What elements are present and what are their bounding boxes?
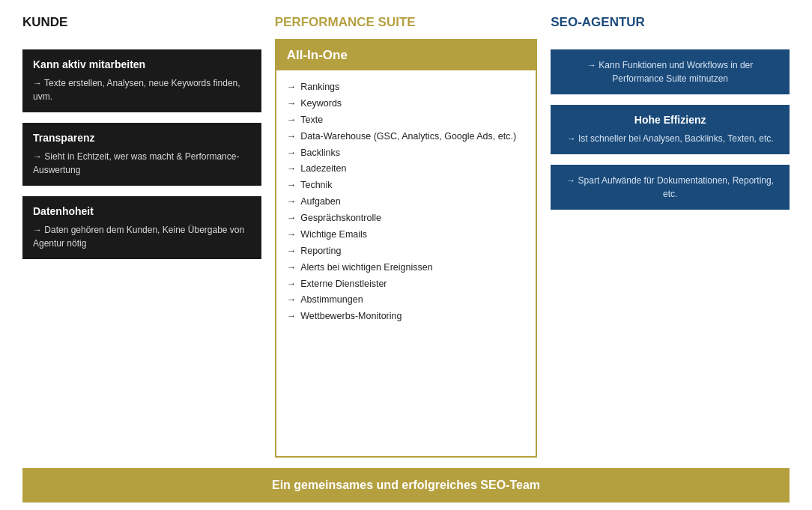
performance-item: →Gesprächskontrolle bbox=[287, 210, 526, 227]
performance-item: →Keywords bbox=[287, 96, 526, 112]
item-text: Rankings bbox=[300, 79, 339, 96]
performance-item: →Alerts bei wichtigen Ereignissen bbox=[287, 260, 526, 276]
arrow-icon: → bbox=[287, 129, 297, 145]
performance-card-body: →Rankings→Keywords→Texte→Data-Warehouse … bbox=[276, 70, 536, 334]
item-text: Technik bbox=[300, 177, 332, 194]
performance-item: →Abstimmungen bbox=[287, 292, 526, 309]
footer: Ein gemeinsames und erfolgreiches SEO-Te… bbox=[22, 468, 790, 503]
seo-card-0-body: → Kann Funktionen und Workflows in der P… bbox=[561, 58, 779, 85]
arrow-icon: → bbox=[287, 112, 297, 129]
seo-card-0: → Kann Funktionen und Workflows in der P… bbox=[551, 49, 790, 94]
arrow-icon: → bbox=[287, 260, 297, 276]
kunde-header: KUNDE bbox=[22, 15, 261, 30]
item-text: Aufgaben bbox=[300, 194, 341, 210]
item-text: Ladezeiten bbox=[300, 161, 346, 177]
arrow-icon: → bbox=[287, 96, 297, 112]
performance-item: →Data-Warehouse (GSC, Analytics, Google … bbox=[287, 129, 526, 145]
item-text: Texte bbox=[300, 112, 323, 129]
performance-header: PERFORMANCE SUITE bbox=[275, 15, 538, 30]
kunde-card-0-title: Kann aktiv mitarbeiten bbox=[33, 58, 251, 70]
item-text: Gesprächskontrolle bbox=[300, 210, 381, 227]
kunde-card-2: Datenhoheit → Daten gehören dem Kunden, … bbox=[22, 196, 261, 259]
performance-item: →Rankings bbox=[287, 79, 526, 96]
col-performance: PERFORMANCE SUITE All-In-One →Rankings→K… bbox=[275, 15, 538, 458]
arrow-icon: → bbox=[287, 161, 297, 177]
kunde-card-2-title: Datenhoheit bbox=[33, 205, 251, 217]
seo-header: SEO-AGENTUR bbox=[551, 15, 790, 30]
item-text: Reporting bbox=[300, 243, 341, 260]
performance-card: All-In-One →Rankings→Keywords→Texte→Data… bbox=[275, 39, 538, 458]
arrow-icon: → bbox=[287, 79, 297, 96]
item-text: Wichtige Emails bbox=[300, 227, 367, 243]
arrow-icon: → bbox=[287, 276, 297, 293]
kunde-card-1-title: Transparenz bbox=[33, 132, 251, 144]
kunde-card-1: Transparenz → Sieht in Echtzeit, wer was… bbox=[22, 123, 261, 186]
performance-item: →Texte bbox=[287, 112, 526, 129]
arrow-icon: → bbox=[287, 210, 297, 227]
performance-item: →Technik bbox=[287, 177, 526, 194]
performance-item: →Ladezeiten bbox=[287, 161, 526, 177]
arrow-icon: → bbox=[287, 243, 297, 260]
kunde-card-0: Kann aktiv mitarbeiten → Texte erstellen… bbox=[22, 49, 261, 112]
seo-card-1-title: Hohe Effizienz bbox=[561, 114, 779, 126]
performance-card-title: All-In-One bbox=[276, 40, 536, 70]
performance-item: →Externe Dienstleister bbox=[287, 276, 526, 293]
performance-item: →Aufgaben bbox=[287, 194, 526, 210]
item-text: Keywords bbox=[300, 96, 342, 112]
seo-card-2-body: → Spart Aufwände für Dokumentationen, Re… bbox=[561, 174, 779, 201]
main-container: KUNDE Kann aktiv mitarbeiten → Texte ers… bbox=[0, 0, 812, 510]
seo-card-1: Hohe Effizienz → Ist schneller bei Analy… bbox=[551, 105, 790, 154]
seo-card-2: → Spart Aufwände für Dokumentationen, Re… bbox=[551, 165, 790, 210]
kunde-card-0-body: → Texte erstellen, Analysen, neue Keywor… bbox=[33, 76, 251, 103]
item-text: Alerts bei wichtigen Ereignissen bbox=[300, 260, 432, 276]
arrow-icon: → bbox=[287, 292, 297, 309]
arrow-icon: → bbox=[287, 177, 297, 194]
col-kunde: KUNDE Kann aktiv mitarbeiten → Texte ers… bbox=[22, 15, 261, 458]
seo-card-1-body: → Ist schneller bei Analysen, Backlinks,… bbox=[561, 132, 779, 145]
performance-item: →Backlinks bbox=[287, 145, 526, 162]
item-text: Backlinks bbox=[300, 145, 340, 162]
arrow-icon: → bbox=[287, 194, 297, 210]
performance-item: →Wichtige Emails bbox=[287, 227, 526, 243]
item-text: Wettbewerbs-Monitoring bbox=[300, 309, 402, 325]
performance-item: →Wettbewerbs-Monitoring bbox=[287, 309, 526, 325]
columns: KUNDE Kann aktiv mitarbeiten → Texte ers… bbox=[22, 15, 790, 458]
item-text: Data-Warehouse (GSC, Analytics, Google A… bbox=[300, 129, 516, 145]
kunde-card-1-body: → Sieht in Echtzeit, wer was macht & Per… bbox=[33, 150, 251, 177]
performance-item: →Reporting bbox=[287, 243, 526, 260]
kunde-card-2-body: → Daten gehören dem Kunden, Keine Überga… bbox=[33, 223, 251, 250]
arrow-icon: → bbox=[287, 227, 297, 243]
item-text: Externe Dienstleister bbox=[300, 276, 387, 293]
item-text: Abstimmungen bbox=[300, 292, 363, 309]
arrow-icon: → bbox=[287, 145, 297, 162]
col-seo: SEO-AGENTUR → Kann Funktionen und Workfl… bbox=[551, 15, 790, 458]
arrow-icon: → bbox=[287, 309, 297, 325]
